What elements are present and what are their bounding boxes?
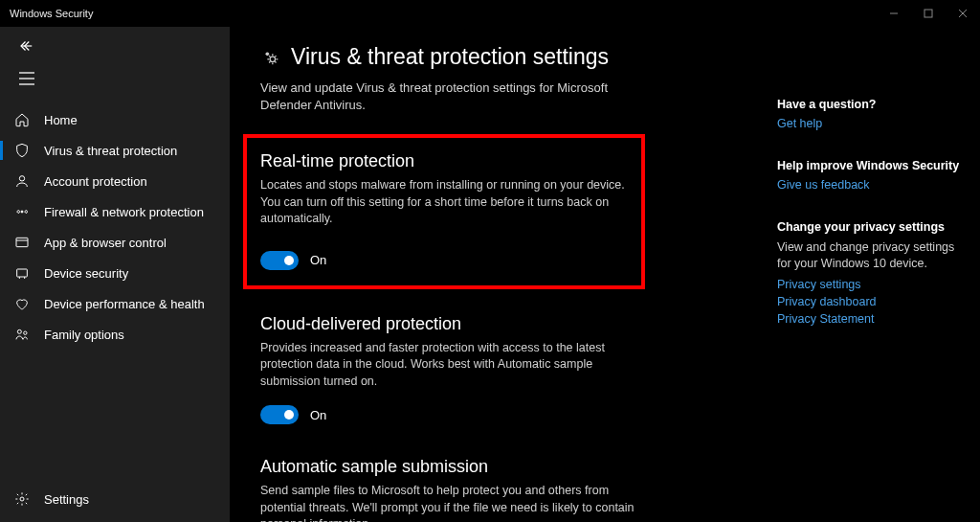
sidebar-item-firewall[interactable]: Firewall & network protection <box>0 196 230 227</box>
link-privacy-settings[interactable]: Privacy settings <box>777 278 969 291</box>
sidebar-item-label: Device security <box>44 266 128 281</box>
page-title: Virus & threat protection settings <box>291 44 609 70</box>
close-button[interactable] <box>946 0 980 27</box>
sidebar-item-label: Family options <box>44 328 124 342</box>
link-get-help[interactable]: Get help <box>777 117 969 130</box>
main-content: Virus & threat protection settings View … <box>230 27 980 522</box>
sidebar-item-home[interactable]: Home <box>0 104 230 135</box>
toggle-cloud[interactable] <box>260 405 299 424</box>
sidebar-item-label: Virus & threat protection <box>44 144 177 158</box>
family-icon <box>13 326 31 343</box>
app-title: Windows Security <box>10 8 93 19</box>
svg-point-9 <box>21 211 23 213</box>
sidebar-item-app-browser[interactable]: App & browser control <box>0 227 230 258</box>
window-controls <box>877 0 980 27</box>
sidebar-item-family[interactable]: Family options <box>0 319 230 350</box>
link-feedback[interactable]: Give us feedback <box>777 178 969 192</box>
person-icon <box>13 172 31 190</box>
sidebar-item-label: Home <box>44 113 78 127</box>
sidebar-item-label: App & browser control <box>44 236 167 250</box>
maximize-button[interactable] <box>911 0 946 27</box>
sidebar-item-label: Settings <box>44 492 89 507</box>
sidebar-item-virus-protection[interactable]: Virus & threat protection <box>0 135 230 166</box>
toggle-label-realtime: On <box>310 253 326 267</box>
toggle-realtime[interactable] <box>260 251 299 270</box>
chip-icon <box>13 264 31 282</box>
hamburger-button[interactable] <box>8 62 46 95</box>
sidebar-item-label: Firewall & network protection <box>44 205 204 219</box>
svg-point-19 <box>266 52 270 56</box>
sidebar-item-device-health[interactable]: Device performance & health <box>0 288 230 319</box>
minimize-button[interactable] <box>877 0 911 27</box>
rc-improve-title: Help improve Windows Security <box>777 159 969 172</box>
rc-question-title: Have a question? <box>777 98 969 111</box>
toggle-label-cloud: On <box>310 408 326 422</box>
section-title-sample: Automatic sample submission <box>260 457 739 477</box>
section-desc-realtime: Locates and stops malware from installin… <box>260 177 626 228</box>
highlight-realtime: Real-time protection Locates and stops m… <box>243 134 645 289</box>
rc-privacy-title: Change your privacy settings <box>777 220 969 234</box>
settings-gear-icon <box>260 47 281 68</box>
titlebar: Windows Security <box>0 0 980 27</box>
section-title-cloud: Cloud-delivered protection <box>260 314 739 334</box>
section-title-realtime: Real-time protection <box>260 151 626 171</box>
sidebar-item-device-security[interactable]: Device security <box>0 258 230 288</box>
sidebar-item-label: Account protection <box>44 174 147 189</box>
sidebar-item-account-protection[interactable]: Account protection <box>0 166 230 196</box>
right-column: Have a question? Get help Help improve W… <box>777 44 969 522</box>
signal-icon <box>13 203 31 220</box>
rc-privacy-desc: View and change privacy settings for you… <box>777 239 969 272</box>
link-privacy-statement[interactable]: Privacy Statement <box>777 312 969 326</box>
svg-point-17 <box>20 497 24 501</box>
window-icon <box>13 234 31 251</box>
home-icon <box>13 111 31 128</box>
gear-icon <box>13 490 31 508</box>
svg-rect-12 <box>17 269 28 277</box>
section-sample: Automatic sample submission Send sample … <box>260 457 739 522</box>
sidebar-item-label: Device performance & health <box>44 297 205 311</box>
svg-point-18 <box>270 57 276 62</box>
back-button[interactable] <box>8 30 46 62</box>
section-cloud: Cloud-delivered protection Provides incr… <box>260 314 739 425</box>
section-desc-sample: Send sample files to Microsoft to help p… <box>260 483 643 522</box>
section-desc-cloud: Provides increased and faster protection… <box>260 340 643 391</box>
page-subtitle: View and update Virus & threat protectio… <box>260 79 643 113</box>
sidebar-item-settings[interactable]: Settings <box>0 484 230 514</box>
sidebar: Home Virus & threat protection Account p… <box>0 27 230 522</box>
svg-point-15 <box>17 329 21 333</box>
nav: Home Virus & threat protection Account p… <box>0 104 230 350</box>
shield-icon <box>13 142 31 159</box>
svg-point-16 <box>24 331 27 334</box>
svg-rect-10 <box>16 238 28 246</box>
heart-icon <box>13 295 31 312</box>
svg-rect-1 <box>924 10 932 17</box>
link-privacy-dashboard[interactable]: Privacy dashboard <box>777 295 969 308</box>
svg-point-8 <box>19 176 24 181</box>
